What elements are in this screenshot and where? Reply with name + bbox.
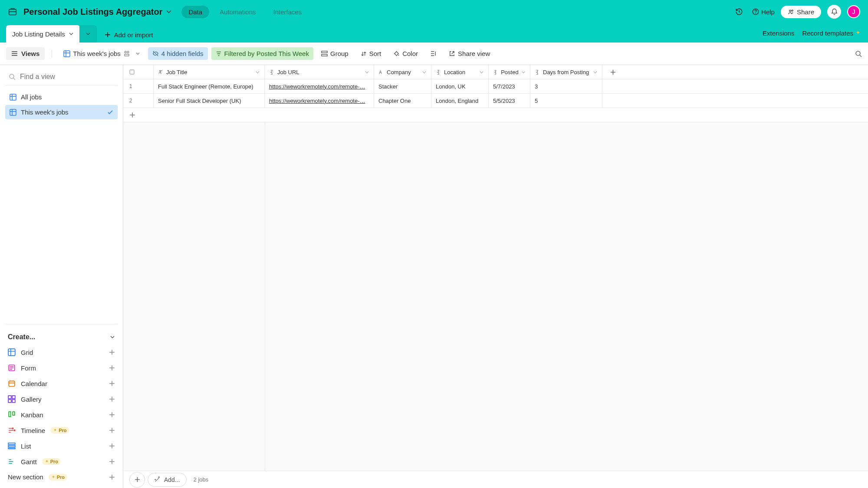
- filter-button[interactable]: Filtered by Posted This Week: [211, 47, 313, 60]
- svg-rect-18: [12, 396, 15, 399]
- base-title-text: Personal Job Listings Aggregator: [23, 7, 162, 17]
- hidden-fields-button[interactable]: 4 hidden fields: [148, 47, 208, 60]
- current-view[interactable]: This week's jobs: [59, 47, 145, 60]
- search-views[interactable]: [5, 69, 118, 85]
- table-tab[interactable]: Job Listing Details: [6, 25, 80, 43]
- bell-icon: [831, 8, 838, 16]
- cell-posted[interactable]: 5/5/2023: [489, 94, 530, 108]
- row-number[interactable]: 2: [123, 94, 154, 108]
- avatar[interactable]: J: [847, 5, 860, 18]
- cell-days[interactable]: 5: [530, 94, 602, 108]
- footer-add-menu[interactable]: Add...: [148, 473, 187, 487]
- share-view-button[interactable]: Share view: [444, 47, 494, 60]
- create-grid[interactable]: Grid: [5, 344, 118, 360]
- chevron-down-icon: [365, 70, 369, 75]
- tab-interfaces[interactable]: Interfaces: [266, 6, 309, 18]
- share-button[interactable]: Share: [781, 6, 821, 18]
- search-icon[interactable]: [855, 50, 862, 57]
- base-title[interactable]: Personal Job Listings Aggregator: [23, 7, 172, 17]
- create-timeline[interactable]: TimelinePro: [5, 422, 118, 438]
- history-icon[interactable]: [732, 5, 746, 19]
- column-header-job-title[interactable]: Job Title: [154, 65, 265, 79]
- svg-point-10: [856, 51, 860, 56]
- create-item-label: Form: [21, 364, 36, 372]
- hidden-fields-label: 4 hidden fields: [161, 50, 204, 57]
- column-header-job-url[interactable]: Job URL: [265, 65, 374, 79]
- table-row[interactable]: 2Senior Full Stack Developer (UK)https:/…: [123, 94, 868, 108]
- footer-add-row-button[interactable]: [129, 472, 145, 488]
- color-button[interactable]: Color: [389, 47, 422, 60]
- group-button[interactable]: Group: [317, 47, 353, 60]
- create-form[interactable]: Form: [5, 360, 118, 376]
- cell-trailing: [602, 94, 623, 108]
- svg-rect-27: [8, 448, 15, 449]
- column-header-days[interactable]: Days from Posting: [530, 65, 602, 79]
- column-header-location[interactable]: Location: [431, 65, 489, 79]
- cell-job-url[interactable]: https://weworkremotely.com/remote-…: [265, 94, 374, 108]
- formula-field-icon: [436, 69, 441, 75]
- plus-icon: [129, 112, 135, 118]
- sort-button[interactable]: Sort: [356, 47, 386, 60]
- filter-label: Filtered by Posted This Week: [224, 50, 309, 57]
- cell-company[interactable]: Stacker: [374, 79, 431, 93]
- paint-icon: [393, 50, 400, 57]
- add-column-button[interactable]: [602, 65, 623, 79]
- create-header[interactable]: Create...: [5, 330, 118, 344]
- create-list[interactable]: List: [5, 438, 118, 454]
- create-kanban[interactable]: Kanban: [5, 407, 118, 422]
- cell-company[interactable]: Chapter One: [374, 94, 431, 108]
- notifications-button[interactable]: [827, 5, 841, 19]
- cell-job-url[interactable]: https://weworkremotely.com/remote-…: [265, 79, 374, 93]
- sidebar-view-this-weeks-jobs[interactable]: This week's jobs: [5, 105, 118, 119]
- view-toolbar: Views This week's jobs 4 hidden fields F…: [0, 43, 868, 65]
- add-or-import-label: Add or import: [114, 31, 153, 39]
- add-or-import-button[interactable]: Add or import: [97, 25, 161, 44]
- grid-icon: [8, 348, 16, 356]
- cell-days[interactable]: 3: [530, 79, 602, 93]
- views-button[interactable]: Views: [6, 47, 45, 60]
- create-gantt[interactable]: GanttPro: [5, 454, 118, 469]
- kanban-icon: [8, 411, 16, 419]
- filter-icon: [216, 51, 222, 57]
- table-tabbar: Job Listing Details Add or import Extens…: [0, 23, 868, 43]
- row-number[interactable]: 1: [123, 79, 154, 93]
- svg-rect-16: [9, 381, 15, 386]
- grid-icon: [10, 109, 16, 116]
- svg-rect-17: [8, 396, 11, 399]
- tab-data[interactable]: Data: [181, 6, 209, 18]
- column-header-posted[interactable]: Posted: [489, 65, 530, 79]
- help-button[interactable]: Help: [752, 8, 775, 16]
- create-gallery[interactable]: Gallery: [5, 391, 118, 407]
- sidebar-view-all-jobs[interactable]: All jobs: [5, 90, 118, 104]
- base-icon[interactable]: [8, 7, 17, 16]
- svg-point-4: [792, 10, 793, 11]
- extensions-link[interactable]: Extensions: [763, 29, 794, 37]
- nav-tabs: Data Automations Interfaces: [181, 6, 309, 18]
- gantt-icon: [8, 458, 16, 465]
- svg-point-6: [125, 51, 126, 53]
- search-views-input[interactable]: [20, 73, 114, 81]
- list-icon: [8, 442, 16, 450]
- automation-icon: [123, 50, 130, 57]
- table-dropdown[interactable]: [79, 25, 97, 43]
- table-row[interactable]: 1Full Stack Engineer (Remote, Europe)htt…: [123, 79, 868, 94]
- cell-job-title[interactable]: Senior Full Stack Developer (UK): [154, 94, 265, 108]
- create-label: Create...: [8, 333, 35, 341]
- chevron-down-icon: [255, 70, 260, 75]
- cell-location[interactable]: London, UK: [431, 79, 489, 93]
- tab-automations[interactable]: Automations: [213, 6, 263, 18]
- record-templates-link[interactable]: Record templates: [802, 29, 861, 37]
- search-icon: [9, 73, 16, 80]
- svg-rect-14: [8, 349, 15, 356]
- cell-location[interactable]: London, England: [431, 94, 489, 108]
- add-row[interactable]: [123, 108, 868, 122]
- select-all-cell[interactable]: [123, 65, 154, 79]
- row-height-button[interactable]: [426, 48, 441, 59]
- new-section-button[interactable]: New section Pro: [5, 469, 118, 485]
- svg-point-23: [12, 428, 13, 429]
- formula-field-icon: [493, 69, 498, 75]
- cell-posted[interactable]: 5/7/2023: [489, 79, 530, 93]
- create-calendar[interactable]: Calendar: [5, 376, 118, 391]
- cell-job-title[interactable]: Full Stack Engineer (Remote, Europe): [154, 79, 265, 93]
- column-header-company[interactable]: Company: [374, 65, 431, 79]
